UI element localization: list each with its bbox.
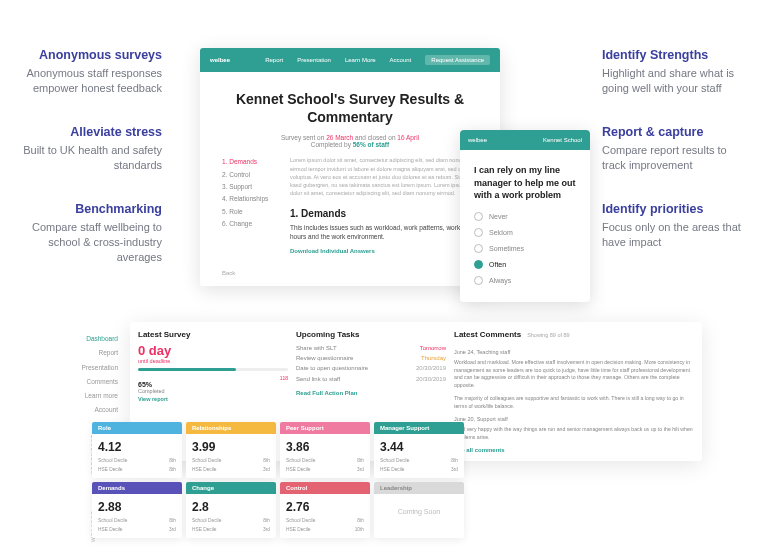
feature-strengths: Identify Strengths Highlight and share w… [602, 48, 752, 97]
section-desc: This includes issues such as workload, w… [290, 223, 478, 243]
card-manager-support[interactable]: Manager Support 3.44 School Decile8th HS… [374, 422, 464, 478]
survey-title: Kennet School's Survey Results & Comment… [222, 90, 478, 126]
score-value: 3.99 [192, 440, 270, 454]
section-link-change[interactable]: 6. Change [222, 218, 278, 230]
comment-meta: June 24, Teaching staff [454, 349, 694, 355]
nav-account[interactable]: Account [390, 57, 412, 63]
completion-pct: 65% [138, 381, 288, 388]
panel-title: Upcoming Tasks [296, 330, 446, 339]
latest-comments-panel: Latest Comments Showing 89 of 89 June 24… [454, 330, 694, 453]
nav-presentation[interactable]: Presentation [297, 57, 331, 63]
card-demands[interactable]: Demands 2.88 School Decile8th HSE Decile… [92, 482, 182, 538]
card-leadership: Leadership Coming Soon [374, 482, 464, 538]
feature-priorities: Identify priorities Focus only on the ar… [602, 202, 752, 251]
survey-meta: Survey sent on 26 March and closed on 16… [222, 134, 478, 148]
radio-icon [474, 276, 483, 285]
task-row: Share with SLTTomorrow [296, 343, 446, 353]
card-relationships[interactable]: Relationships 3.99 School Decile8th HSE … [186, 422, 276, 478]
survey-sections-list: 1. Demands 2. Control 3. Support 4. Rela… [222, 156, 278, 254]
survey-intro-text: Lorem ipsum dolor sit amet, consectetur … [290, 156, 478, 197]
score-value: 3.86 [286, 440, 364, 454]
task-row: Review questionnaireThursday [296, 353, 446, 363]
nav-learn[interactable]: Learn More [345, 57, 376, 63]
read-action-plan-link[interactable]: Read Full Action Plan [296, 390, 446, 396]
showing-count: Showing 89 of 89 [527, 332, 570, 338]
brand-logo: welbee [210, 57, 230, 63]
deadline-label: until deadline [138, 358, 288, 364]
score-value: 2.88 [98, 500, 176, 514]
back-button[interactable]: Back [222, 270, 235, 276]
progress-bar [138, 368, 288, 371]
comment-body: Workload and markload. More effective st… [454, 359, 694, 389]
feature-body: Compare report results to track improvem… [602, 143, 752, 174]
card-peer-support[interactable]: Peer Support 3.86 School Decile8th HSE D… [280, 422, 370, 478]
score-value: 3.44 [380, 440, 458, 454]
score-cards-grid: Role 4.12 School Decile8th HSE Decile8th… [92, 422, 464, 538]
section-link-demands[interactable]: 1. Demands [222, 156, 278, 168]
survey-nav: welbee Report Presentation Learn More Ac… [200, 48, 500, 72]
feature-report: Report & capture Compare report results … [602, 125, 752, 174]
feature-anon: Anonymous surveys Anonymous staff respon… [12, 48, 162, 97]
option-seldom[interactable]: Seldom [474, 228, 576, 237]
option-never[interactable]: Never [474, 212, 576, 221]
section-link-support[interactable]: 3. Support [222, 181, 278, 193]
nav-learn[interactable]: Learn more [72, 389, 118, 403]
nav-account[interactable]: Account [72, 403, 118, 417]
card-change[interactable]: Change 2.8 School Decile8th HSE Decile3r… [186, 482, 276, 538]
survey-question: I can rely on my line manager to help me… [474, 164, 576, 202]
card-role[interactable]: Role 4.12 School Decile8th HSE Decile8th [92, 422, 182, 478]
feature-title: Anonymous surveys [12, 48, 162, 62]
section-link-control[interactable]: 2. Control [222, 169, 278, 181]
card-control[interactable]: Control 2.76 School Decile8th HSE Decile… [280, 482, 370, 538]
comment-body: The majority of colleagues are supportiv… [454, 395, 694, 410]
feature-body: Built to UK health and safety standards [12, 143, 162, 174]
feature-title: Report & capture [602, 125, 752, 139]
nav-report[interactable]: Report [72, 346, 118, 360]
section-heading: 1. Demands [290, 208, 478, 219]
feature-bench: Benchmarking Compare staff wellbeing to … [12, 202, 162, 266]
section-link-relationships[interactable]: 4. Relationships [222, 193, 278, 205]
feature-body: Highlight and share what is going well w… [602, 66, 752, 97]
panel-title: Latest Comments [454, 330, 521, 339]
task-row: Send link to staff20/30/2019 [296, 374, 446, 384]
feature-stress: Alleviate stress Built to UK health and … [12, 125, 162, 174]
option-always[interactable]: Always [474, 276, 576, 285]
survey-report-window: welbee Report Presentation Learn More Ac… [200, 48, 500, 286]
feature-title: Alleviate stress [12, 125, 162, 139]
radio-icon [474, 260, 483, 269]
mobile-survey-window: welbee Kennet School I can rely on my li… [460, 130, 590, 302]
see-all-comments-link[interactable]: See all comments [454, 447, 694, 453]
school-name: Kennet School [543, 137, 582, 143]
feature-body: Anonymous staff responses empower honest… [12, 66, 162, 97]
view-report-link[interactable]: View report [138, 396, 288, 402]
score-value: 2.8 [192, 500, 270, 514]
brand-logo: welbee [468, 137, 487, 143]
days-remaining: 0 day [138, 343, 288, 358]
completion-label: Completed [138, 388, 288, 394]
comment-body: I feel very happy with the way things ar… [454, 426, 694, 441]
feature-title: Identify Strengths [602, 48, 752, 62]
radio-icon [474, 212, 483, 221]
feature-body: Compare staff wellbeing to school & cros… [12, 220, 162, 266]
radio-icon [474, 244, 483, 253]
section-link-role[interactable]: 5. Role [222, 206, 278, 218]
download-answers-link[interactable]: Download Individual Answers [290, 248, 478, 254]
request-assistance-button[interactable]: Request Assistance [425, 55, 490, 65]
feature-title: Identify priorities [602, 202, 752, 216]
nav-report[interactable]: Report [265, 57, 283, 63]
panel-title: Latest Survey [138, 330, 288, 339]
option-often[interactable]: Often [474, 260, 576, 269]
comment-meta: June 20, Support staff [454, 416, 694, 422]
nav-dashboard[interactable]: Dashboard [72, 332, 118, 346]
score-value: 4.12 [98, 440, 176, 454]
radio-icon [474, 228, 483, 237]
option-sometimes[interactable]: Sometimes [474, 244, 576, 253]
coming-soon-label: Coming Soon [374, 494, 464, 529]
nav-presentation[interactable]: Presentation [72, 361, 118, 375]
feature-title: Benchmarking [12, 202, 162, 216]
score-value: 2.76 [286, 500, 364, 514]
feature-body: Focus only on the areas that have impact [602, 220, 752, 251]
nav-comments[interactable]: Comments [72, 375, 118, 389]
task-row: Date to open questionnaire20/30/2019 [296, 363, 446, 373]
